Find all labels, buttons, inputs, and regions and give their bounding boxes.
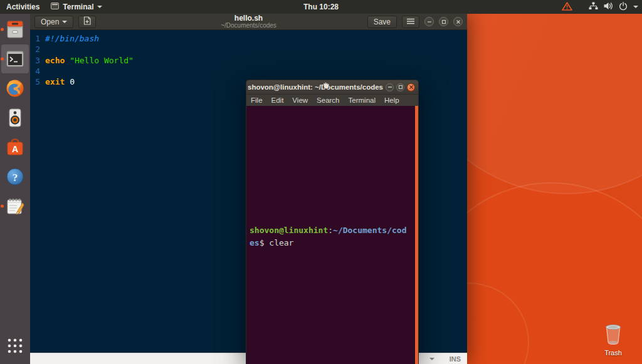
save-button[interactable]: Save	[367, 16, 397, 28]
code-text: exit	[45, 76, 65, 87]
app-window-icon	[51, 3, 59, 11]
terminal-scrollbar[interactable]	[415, 106, 418, 364]
terminal-titlebar[interactable]: shovon@linuxhint: ~/Documents/codes	[246, 80, 418, 95]
code-text: "Hello World"	[70, 55, 134, 66]
menu-file[interactable]: File	[246, 96, 267, 104]
code-line: 2	[30, 44, 467, 55]
line-number: 5	[30, 76, 40, 87]
line-number: 3	[30, 55, 40, 66]
clock[interactable]: Thu 10:28	[303, 3, 339, 11]
new-document-icon	[83, 16, 92, 27]
code-text: #!/bin/bash	[45, 33, 99, 44]
gedit-close-button[interactable]	[453, 17, 463, 26]
terminal-minimize-button[interactable]	[386, 83, 394, 91]
terminal-prompt-line: shovon@linuxhint:~/Documents/cod	[250, 224, 413, 237]
new-document-button[interactable]	[78, 16, 96, 28]
save-button-label: Save	[374, 18, 391, 26]
typed-command: clear	[269, 238, 293, 247]
code-line: 1 #!/bin/bash	[30, 33, 467, 44]
trash-desktop-icon[interactable]: Trash	[593, 323, 633, 356]
prompt-path: es	[250, 238, 260, 247]
open-button-label: Open	[41, 18, 59, 26]
menu-terminal[interactable]: Terminal	[344, 96, 380, 104]
dock-item-terminal[interactable]	[1, 44, 29, 73]
dock-item-files[interactable]	[1, 15, 29, 44]
menu-edit[interactable]: Edit	[267, 96, 288, 104]
insert-mode-indicator[interactable]: INS	[450, 355, 461, 363]
dock-item-ubuntu-software[interactable]: A	[1, 133, 29, 162]
top-bar: Activities Terminal Thu 10:28	[0, 0, 642, 14]
system-status-area[interactable]	[562, 2, 638, 13]
prompt-user: shovon@linuxhint	[250, 226, 328, 235]
app-menu-button[interactable]: Terminal	[51, 3, 102, 11]
activities-button[interactable]: Activities	[6, 3, 39, 11]
line-number: 2	[30, 44, 40, 55]
svg-text:?: ?	[13, 172, 18, 184]
menu-search[interactable]: Search	[312, 96, 344, 104]
gedit-minimize-button[interactable]	[424, 17, 434, 26]
trash-icon	[601, 337, 625, 348]
dock-item-text-editor[interactable]	[1, 192, 29, 221]
terminal-output: shovon@linuxhint:~/Documents/cod es$ cle…	[250, 224, 413, 249]
gedit-title-block: hello.sh ~/Documents/codes	[221, 14, 276, 29]
mouse-cursor	[321, 81, 330, 93]
speaker-icon	[4, 107, 26, 128]
dock: A ?	[0, 14, 30, 364]
warning-icon	[562, 2, 572, 13]
gedit-headerbar: Open hello.sh ~/Documents/codes Sav	[30, 14, 467, 30]
terminal-window: shovon@linuxhint: ~/Documents/codes File…	[246, 80, 419, 364]
code-text	[65, 55, 70, 66]
files-icon	[4, 19, 26, 40]
dock-item-show-applications[interactable]	[1, 331, 29, 360]
notepad-pencil-icon	[4, 195, 26, 217]
code-text: 0	[70, 76, 75, 87]
line-number: 1	[30, 33, 40, 44]
prompt-path: ~/Documents/cod	[333, 226, 406, 235]
chevron-down-icon	[633, 6, 638, 8]
running-indicator	[1, 28, 4, 31]
terminal-menubar: File Edit View Search Terminal Help	[246, 95, 418, 106]
prompt-sigil: $	[260, 238, 270, 247]
document-title: hello.sh	[221, 14, 276, 23]
power-icon	[619, 2, 628, 13]
line-number: 4	[30, 66, 40, 76]
gedit-maximize-button[interactable]	[439, 17, 448, 26]
code-line: 3 echo "Hello World"	[30, 55, 467, 66]
terminal-screen[interactable]: shovon@linuxhint:~/Documents/cod es$ cle…	[246, 106, 418, 364]
desktop-screen: Trash Open hello.sh ~/Documents/codes	[0, 0, 642, 364]
dock-item-firefox[interactable]	[1, 74, 29, 103]
help-icon: ?	[4, 166, 26, 187]
document-path: ~/Documents/codes	[221, 23, 276, 29]
menu-view[interactable]: View	[288, 96, 312, 104]
dock-item-help[interactable]: ?	[1, 162, 29, 191]
terminal-close-button[interactable]	[407, 83, 415, 91]
network-icon	[589, 2, 598, 12]
terminal-title: shovon@linuxhint: ~/Documents/codes	[246, 83, 384, 91]
chevron-down-icon	[62, 21, 67, 23]
open-button[interactable]: Open	[34, 16, 73, 28]
menu-button[interactable]	[402, 16, 419, 28]
running-indicator	[1, 205, 4, 208]
prompt-separator: :	[328, 226, 333, 235]
code-text	[65, 76, 70, 87]
terminal-maximize-button[interactable]	[396, 83, 404, 91]
trash-label: Trash	[593, 349, 633, 356]
app-menu-label: Terminal	[63, 3, 93, 11]
chevron-down-icon	[97, 6, 102, 8]
chevron-down-icon[interactable]	[429, 358, 434, 360]
terminal-prompt-line: es$ clear	[250, 237, 413, 249]
svg-text:A: A	[12, 144, 18, 154]
hamburger-icon	[407, 18, 414, 26]
volume-icon	[604, 2, 613, 12]
firefox-icon	[4, 78, 26, 99]
code-text: echo	[45, 55, 65, 66]
code-line: 4	[30, 66, 467, 76]
terminal-app-icon	[4, 48, 26, 70]
software-bag-icon: A	[4, 137, 26, 158]
dock-item-rhythmbox[interactable]	[1, 103, 29, 132]
running-indicator	[1, 58, 4, 61]
menu-help[interactable]: Help	[380, 96, 404, 104]
grid-icon	[6, 337, 24, 355]
